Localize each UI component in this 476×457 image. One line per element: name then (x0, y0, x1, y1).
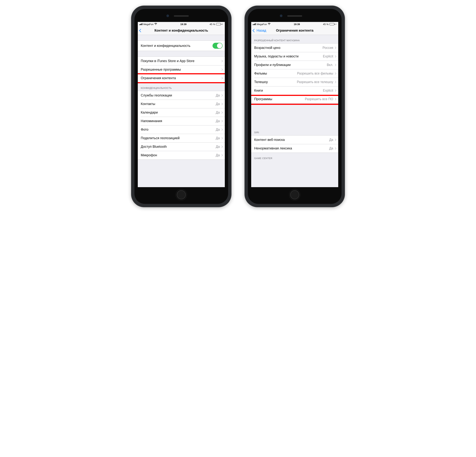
signal-icon (253, 23, 256, 25)
section-header-siri: SIRI (251, 130, 338, 135)
battery-percent: 45 % (210, 23, 215, 26)
wifi-icon (268, 23, 271, 25)
privacy-row[interactable]: Службы геолокацииДа (138, 91, 225, 100)
phone-frame-right: MegaFon 19:39 45 % ⚡︎ Назад Ограничен (245, 6, 345, 207)
chevron-right-icon (334, 55, 336, 58)
speaker-grille (174, 15, 189, 17)
section-header-store: РАЗРЕШЕННЫЙ КОНТЕНТ МАГАЗИНА (251, 35, 338, 43)
row-label: Контент веб-поиска (254, 138, 329, 142)
chevron-right-icon (334, 89, 336, 92)
chevron-right-icon (221, 77, 223, 79)
row-label: Напоминания (141, 119, 216, 123)
chevron-left-icon (139, 29, 142, 32)
row-label: Контент и конфиденциальность (141, 44, 212, 48)
signal-icon (139, 23, 142, 25)
clock: 19:39 (180, 23, 187, 26)
row-itunes-appstore-purchases[interactable]: Покупки в iTunes Store и App Store (138, 57, 225, 65)
row-content-privacy-toggle[interactable]: Контент и конфиденциальность (138, 41, 225, 51)
row-value: Да (216, 93, 220, 97)
row-label: Календари (141, 111, 216, 115)
privacy-row[interactable]: ФотоДа (141, 125, 225, 134)
chevron-right-icon (221, 120, 223, 122)
screen-right: MegaFon 19:39 45 % ⚡︎ Назад Ограничен (251, 22, 338, 187)
row-label: Программы (254, 97, 305, 101)
row-value: Да (216, 153, 220, 157)
siri-row[interactable]: Ненормативная лексикаДа (254, 144, 338, 153)
home-button[interactable] (176, 189, 187, 200)
speaker-grille (287, 15, 302, 17)
row-label: Контакты (141, 102, 216, 106)
store-row[interactable]: ПрограммыРазрешить все ПО (254, 95, 338, 103)
camera-dot (280, 15, 282, 17)
status-bar: MegaFon 19:39 45 % ⚡︎ (251, 22, 338, 26)
store-row[interactable]: Профили и публикацииВкл. (254, 61, 338, 69)
phone-frame-left: MegaFon 19:39 45 % ⚡︎ Контент и конфиден (131, 6, 231, 207)
home-button[interactable] (289, 189, 300, 200)
row-label: Разрешенные программы (141, 68, 221, 72)
store-row[interactable]: ФильмыРазрешить все фильмы (254, 69, 338, 78)
chevron-right-icon (221, 103, 223, 105)
row-allowed-apps[interactable]: Разрешенные программы (141, 65, 225, 74)
row-label: Поделиться геопозицией (141, 136, 216, 140)
privacy-row[interactable]: Поделиться геопозициейДа (141, 134, 225, 142)
screen-left: MegaFon 19:39 45 % ⚡︎ Контент и конфиден (138, 22, 225, 187)
switch-on[interactable] (212, 43, 222, 49)
chevron-right-icon (221, 137, 223, 139)
row-label: Фото (141, 128, 216, 132)
row-value: Да (216, 145, 220, 149)
carrier-label: MegaFon (143, 23, 153, 26)
row-value: Разрешить все фильмы (297, 72, 333, 75)
row-value: Explicit (323, 54, 333, 58)
privacy-row[interactable]: КалендариДа (141, 108, 225, 117)
row-value: Вкл. (327, 63, 333, 67)
store-row[interactable]: КнигиExplicit (254, 86, 338, 95)
status-bar: MegaFon 19:39 45 % ⚡︎ (138, 22, 225, 26)
store-row[interactable]: ТелешоуРазрешить все телешоу (254, 78, 338, 86)
row-label: Музыка, подкасты и новости (254, 54, 323, 58)
clock: 19:39 (294, 23, 300, 26)
row-value: Разрешить все ПО (305, 97, 333, 101)
battery-icon (216, 23, 221, 25)
nav-bar: Контент и конфиденциальность (138, 26, 225, 35)
carrier-label: MegaFon (257, 23, 267, 26)
row-label: Ненормативная лексика (254, 146, 329, 150)
row-content-restrictions[interactable]: Ограничения контента (141, 74, 225, 82)
privacy-row[interactable]: Доступ BluetoothДа (141, 142, 225, 151)
chevron-right-icon (334, 139, 336, 141)
row-label: Микрофон (141, 153, 216, 157)
charging-icon: ⚡︎ (335, 23, 337, 25)
privacy-row[interactable]: КонтактыДа (141, 100, 225, 108)
nav-bar: Назад Ограничения контента (251, 26, 338, 35)
chevron-right-icon (334, 147, 336, 150)
battery-icon (330, 23, 334, 25)
row-value: Да (329, 146, 333, 150)
chevron-right-icon (221, 128, 223, 131)
back-button[interactable] (140, 29, 142, 32)
row-value: Разрешить все телешоу (297, 80, 333, 84)
chevron-right-icon (221, 68, 223, 71)
wifi-icon (154, 23, 157, 25)
chevron-right-icon (221, 111, 223, 114)
row-value: Да (216, 102, 220, 106)
store-row[interactable]: Музыка, подкасты и новостиExplicit (254, 52, 338, 61)
row-label: Ограничения контента (141, 76, 221, 80)
row-value: Да (216, 119, 220, 123)
back-label: Назад (257, 29, 266, 33)
siri-row[interactable]: Контент веб-поискаДа (251, 135, 338, 144)
back-button[interactable]: Назад (253, 29, 266, 33)
store-row[interactable]: Возрастной цензРоссия (251, 43, 338, 52)
chevron-right-icon (334, 81, 336, 83)
row-label: Покупки в iTunes Store и App Store (141, 59, 221, 63)
privacy-row[interactable]: МикрофонДа (141, 151, 225, 159)
camera-dot (166, 15, 169, 17)
chevron-right-icon (221, 60, 223, 62)
row-label: Фильмы (254, 72, 297, 75)
privacy-row[interactable]: НапоминанияДа (141, 117, 225, 125)
row-value: Да (329, 138, 333, 142)
chevron-right-icon (334, 47, 336, 49)
chevron-right-icon (334, 72, 336, 75)
row-value: Да (216, 128, 220, 132)
chevron-right-icon (334, 64, 336, 66)
row-label: Доступ Bluetooth (141, 145, 216, 149)
row-label: Возрастной ценз (254, 46, 323, 50)
